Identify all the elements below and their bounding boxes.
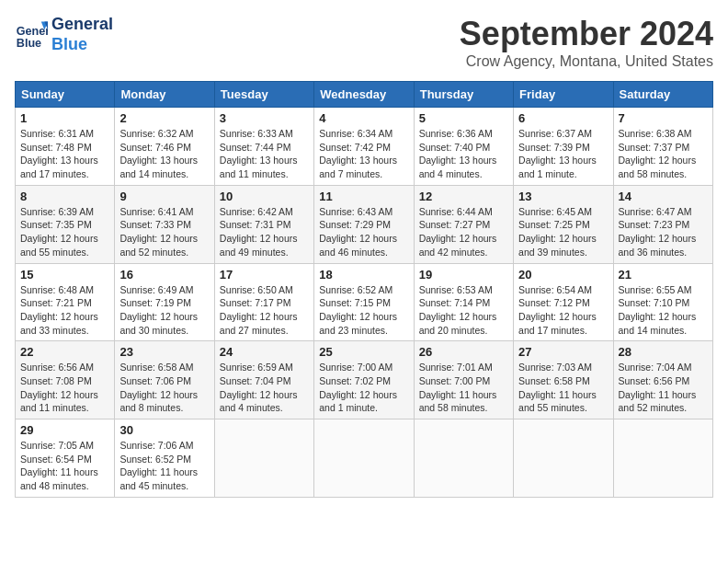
day-cell-9: 9Sunrise: 6:41 AM Sunset: 7:33 PM Daylig…	[115, 185, 214, 263]
week-row-1: 1Sunrise: 6:31 AM Sunset: 7:48 PM Daylig…	[16, 108, 713, 186]
day-info: Sunrise: 6:58 AM Sunset: 7:06 PM Dayligh…	[119, 361, 209, 415]
day-info: Sunrise: 7:05 AM Sunset: 6:54 PM Dayligh…	[20, 439, 109, 493]
day-info: Sunrise: 7:06 AM Sunset: 6:52 PM Dayligh…	[119, 439, 209, 493]
day-number: 29	[20, 423, 109, 437]
day-number: 23	[119, 345, 209, 359]
day-number: 26	[419, 345, 508, 359]
day-cell-6: 6Sunrise: 6:37 AM Sunset: 7:39 PM Daylig…	[514, 108, 613, 186]
day-cell-19: 19Sunrise: 6:53 AM Sunset: 7:14 PM Dayli…	[414, 263, 513, 341]
day-info: Sunrise: 6:41 AM Sunset: 7:33 PM Dayligh…	[119, 205, 209, 259]
weekday-header-tuesday: Tuesday	[214, 82, 313, 108]
day-number: 3	[220, 111, 309, 125]
day-number: 21	[619, 268, 708, 282]
weekday-header-row: SundayMondayTuesdayWednesdayThursdayFrid…	[16, 82, 713, 108]
day-cell-10: 10Sunrise: 6:42 AM Sunset: 7:31 PM Dayli…	[214, 185, 313, 263]
weekday-header-wednesday: Wednesday	[314, 82, 414, 108]
day-number: 25	[319, 345, 408, 359]
day-cell-8: 8Sunrise: 6:39 AM Sunset: 7:35 PM Daylig…	[16, 185, 115, 263]
day-number: 1	[20, 111, 109, 125]
day-number: 30	[119, 423, 209, 437]
day-cell-21: 21Sunrise: 6:55 AM Sunset: 7:10 PM Dayli…	[613, 263, 712, 341]
day-info: Sunrise: 6:59 AM Sunset: 7:04 PM Dayligh…	[220, 361, 309, 415]
day-cell-18: 18Sunrise: 6:52 AM Sunset: 7:15 PM Dayli…	[314, 263, 414, 341]
day-info: Sunrise: 6:38 AM Sunset: 7:37 PM Dayligh…	[619, 127, 708, 181]
week-row-5: 29Sunrise: 7:05 AM Sunset: 6:54 PM Dayli…	[16, 419, 713, 498]
empty-cell	[414, 419, 513, 498]
day-cell-1: 1Sunrise: 6:31 AM Sunset: 7:48 PM Daylig…	[16, 108, 115, 186]
day-cell-30: 30Sunrise: 7:06 AM Sunset: 6:52 PM Dayli…	[115, 419, 214, 498]
day-number: 14	[619, 190, 708, 203]
day-number: 19	[419, 268, 508, 282]
day-cell-25: 25Sunrise: 7:00 AM Sunset: 7:02 PM Dayli…	[314, 341, 414, 419]
day-cell-26: 26Sunrise: 7:01 AM Sunset: 7:00 PM Dayli…	[414, 341, 513, 419]
day-info: Sunrise: 6:43 AM Sunset: 7:29 PM Dayligh…	[319, 205, 408, 259]
day-cell-28: 28Sunrise: 7:04 AM Sunset: 6:56 PM Dayli…	[613, 341, 712, 419]
day-cell-3: 3Sunrise: 6:33 AM Sunset: 7:44 PM Daylig…	[214, 108, 313, 186]
week-row-4: 22Sunrise: 6:56 AM Sunset: 7:08 PM Dayli…	[16, 341, 713, 419]
weekday-header-saturday: Saturday	[613, 82, 712, 108]
day-number: 12	[419, 190, 508, 203]
day-info: Sunrise: 7:03 AM Sunset: 6:58 PM Dayligh…	[518, 361, 608, 415]
day-number: 6	[518, 111, 608, 125]
title-area: September 2024 Crow Agency, Montana, Uni…	[460, 15, 713, 70]
day-info: Sunrise: 6:33 AM Sunset: 7:44 PM Dayligh…	[220, 127, 309, 181]
day-number: 17	[220, 268, 309, 282]
calendar: SundayMondayTuesdayWednesdayThursdayFrid…	[15, 81, 713, 498]
weekday-header-friday: Friday	[514, 82, 613, 108]
day-cell-16: 16Sunrise: 6:49 AM Sunset: 7:19 PM Dayli…	[115, 263, 214, 341]
empty-cell	[214, 419, 313, 498]
day-info: Sunrise: 6:36 AM Sunset: 7:40 PM Dayligh…	[419, 127, 508, 181]
day-info: Sunrise: 7:00 AM Sunset: 7:02 PM Dayligh…	[319, 361, 408, 415]
day-number: 7	[619, 111, 708, 125]
day-info: Sunrise: 6:42 AM Sunset: 7:31 PM Dayligh…	[220, 205, 309, 259]
day-info: Sunrise: 6:54 AM Sunset: 7:12 PM Dayligh…	[518, 283, 608, 338]
day-cell-20: 20Sunrise: 6:54 AM Sunset: 7:12 PM Dayli…	[514, 263, 613, 341]
day-number: 24	[220, 345, 309, 359]
day-number: 28	[619, 345, 708, 359]
weekday-header-sunday: Sunday	[16, 82, 115, 108]
weekday-header-monday: Monday	[115, 82, 214, 108]
day-cell-4: 4Sunrise: 6:34 AM Sunset: 7:42 PM Daylig…	[314, 108, 414, 186]
day-number: 5	[419, 111, 508, 125]
day-cell-27: 27Sunrise: 7:03 AM Sunset: 6:58 PM Dayli…	[514, 341, 613, 419]
day-cell-23: 23Sunrise: 6:58 AM Sunset: 7:06 PM Dayli…	[115, 341, 214, 419]
empty-cell	[613, 419, 712, 498]
week-row-3: 15Sunrise: 6:48 AM Sunset: 7:21 PM Dayli…	[16, 263, 713, 341]
logo-icon: General Blue	[15, 18, 48, 52]
day-info: Sunrise: 6:52 AM Sunset: 7:15 PM Dayligh…	[319, 283, 408, 338]
day-info: Sunrise: 6:45 AM Sunset: 7:25 PM Dayligh…	[518, 205, 608, 259]
day-cell-29: 29Sunrise: 7:05 AM Sunset: 6:54 PM Dayli…	[16, 419, 115, 498]
week-row-2: 8Sunrise: 6:39 AM Sunset: 7:35 PM Daylig…	[16, 185, 713, 263]
day-info: Sunrise: 6:55 AM Sunset: 7:10 PM Dayligh…	[619, 283, 708, 338]
empty-cell	[314, 419, 414, 498]
day-info: Sunrise: 7:01 AM Sunset: 7:00 PM Dayligh…	[419, 361, 508, 415]
day-cell-14: 14Sunrise: 6:47 AM Sunset: 7:23 PM Dayli…	[613, 185, 712, 263]
day-info: Sunrise: 6:39 AM Sunset: 7:35 PM Dayligh…	[20, 205, 109, 259]
day-cell-5: 5Sunrise: 6:36 AM Sunset: 7:40 PM Daylig…	[414, 108, 513, 186]
day-cell-7: 7Sunrise: 6:38 AM Sunset: 7:37 PM Daylig…	[613, 108, 712, 186]
day-number: 15	[20, 268, 109, 282]
day-info: Sunrise: 6:56 AM Sunset: 7:08 PM Dayligh…	[20, 361, 109, 415]
day-number: 11	[319, 190, 408, 203]
day-info: Sunrise: 6:47 AM Sunset: 7:23 PM Dayligh…	[619, 205, 708, 259]
day-number: 22	[20, 345, 109, 359]
day-info: Sunrise: 6:50 AM Sunset: 7:17 PM Dayligh…	[220, 283, 309, 338]
day-info: Sunrise: 7:04 AM Sunset: 6:56 PM Dayligh…	[619, 361, 708, 415]
day-number: 8	[20, 190, 109, 203]
day-cell-15: 15Sunrise: 6:48 AM Sunset: 7:21 PM Dayli…	[16, 263, 115, 341]
location-title: Crow Agency, Montana, United States	[460, 53, 713, 70]
day-cell-13: 13Sunrise: 6:45 AM Sunset: 7:25 PM Dayli…	[514, 185, 613, 263]
day-info: Sunrise: 6:44 AM Sunset: 7:27 PM Dayligh…	[419, 205, 508, 259]
logo: General Blue General Blue	[15, 15, 113, 54]
day-number: 10	[220, 190, 309, 203]
day-info: Sunrise: 6:48 AM Sunset: 7:21 PM Dayligh…	[20, 283, 109, 338]
day-info: Sunrise: 6:49 AM Sunset: 7:19 PM Dayligh…	[119, 283, 209, 338]
day-number: 2	[119, 111, 209, 125]
logo-text-blue: Blue	[51, 35, 113, 55]
day-cell-22: 22Sunrise: 6:56 AM Sunset: 7:08 PM Dayli…	[16, 341, 115, 419]
month-title: September 2024	[460, 15, 713, 53]
day-number: 16	[119, 268, 209, 282]
day-info: Sunrise: 6:32 AM Sunset: 7:46 PM Dayligh…	[119, 127, 209, 181]
day-number: 13	[518, 190, 608, 203]
day-info: Sunrise: 6:53 AM Sunset: 7:14 PM Dayligh…	[419, 283, 508, 338]
